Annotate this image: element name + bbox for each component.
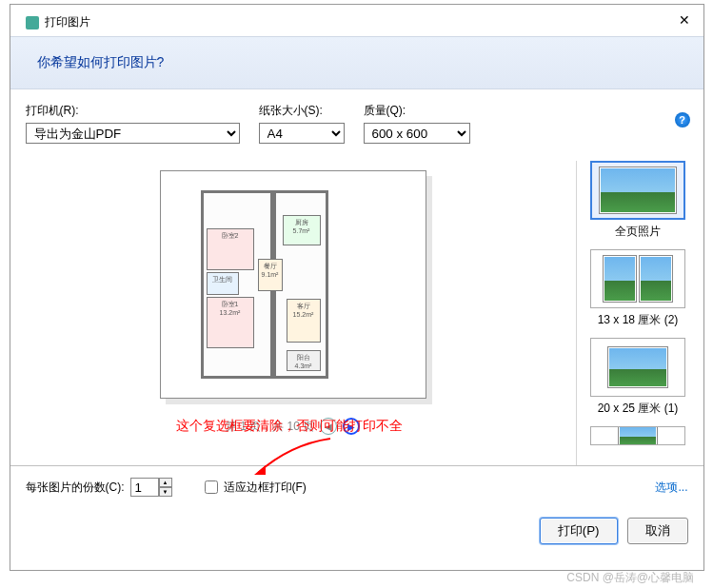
spin-up[interactable]: ▲ — [159, 478, 172, 487]
title-bar: 打印图片 — [10, 5, 703, 36]
layout-label: 20 x 25 厘米 (1) — [586, 401, 690, 417]
bottom-row: 每张图片的份数(C): ▲ ▼ 适应边框打印(F) 选项... — [10, 465, 703, 508]
layout-more[interactable] — [586, 426, 690, 449]
preview-pane: 卧室2 卧室113.2m² 卫生间 餐厅9.1m² 客厅15.2m² 厨房5.7… — [24, 161, 563, 465]
thumb-image — [619, 426, 657, 445]
preview-frame: 卧室2 卧室113.2m² 卫生间 餐厅9.1m² 客厅15.2m² 厨房5.7… — [160, 170, 426, 399]
thumb-image — [604, 256, 636, 302]
thumb-image — [600, 167, 676, 213]
help-icon[interactable]: ? — [675, 112, 690, 127]
watermark: CSDN @岳涛@心馨电脑 — [566, 570, 694, 586]
layout-20x25[interactable]: 20 x 25 厘米 (1) — [586, 338, 690, 417]
thumb-image — [608, 347, 667, 387]
paper-size-select[interactable]: A4 — [259, 123, 345, 144]
copies-spinner[interactable]: ▲ ▼ — [130, 478, 174, 497]
layout-13x18[interactable]: 13 x 18 厘米 (2) — [586, 249, 690, 328]
annotation-text: 这个复选框要清除，否则可能打印不全 — [176, 418, 403, 435]
quality-label: 质量(Q): — [364, 103, 470, 119]
main-area: 卧室2 卧室113.2m² 卫生间 餐厅9.1m² 客厅15.2m² 厨房5.7… — [10, 151, 703, 465]
copies-label: 每张图片的份数(C): — [26, 480, 125, 496]
banner: 你希望如何打印图片? — [10, 36, 703, 89]
layout-label: 全页照片 — [586, 224, 690, 240]
button-row: 打印(P) 取消 — [10, 508, 703, 558]
options-link[interactable]: 选项... — [655, 480, 687, 496]
control-row: 打印机(R): 导出为金山PDF 纸张大小(S): A4 质量(Q): 600 … — [10, 89, 703, 151]
spin-down[interactable]: ▼ — [159, 487, 172, 497]
fit-frame-checkbox[interactable] — [205, 480, 218, 494]
thumb-image — [640, 256, 672, 302]
layout-list[interactable]: 全页照片 13 x 18 厘米 (2) 20 x 25 厘米 (1) — [576, 161, 690, 465]
paper-size-label: 纸张大小(S): — [259, 103, 345, 119]
print-icon — [26, 16, 39, 29]
cancel-button[interactable]: 取消 — [627, 518, 688, 544]
printer-select[interactable]: 导出为金山PDF — [26, 123, 240, 144]
printer-label: 打印机(R): — [26, 103, 240, 119]
quality-select[interactable]: 600 x 600 — [364, 123, 470, 144]
print-dialog: ✕ 打印图片 你希望如何打印图片? 打印机(R): 导出为金山PDF 纸张大小(… — [10, 4, 704, 571]
copies-input[interactable] — [130, 478, 159, 497]
layout-label: 13 x 18 厘米 (2) — [586, 312, 690, 328]
layout-full-page[interactable]: 全页照片 — [586, 161, 690, 240]
window-title: 打印图片 — [45, 14, 90, 30]
banner-question: 你希望如何打印图片? — [37, 54, 165, 69]
print-button[interactable]: 打印(P) — [540, 518, 618, 544]
floorplan-image: 卧室2 卧室113.2m² 卫生间 餐厅9.1m² 客厅15.2m² 厨房5.7… — [201, 190, 353, 381]
close-button[interactable]: ✕ — [679, 12, 690, 28]
fit-frame-label: 适应边框打印(F) — [224, 480, 307, 496]
